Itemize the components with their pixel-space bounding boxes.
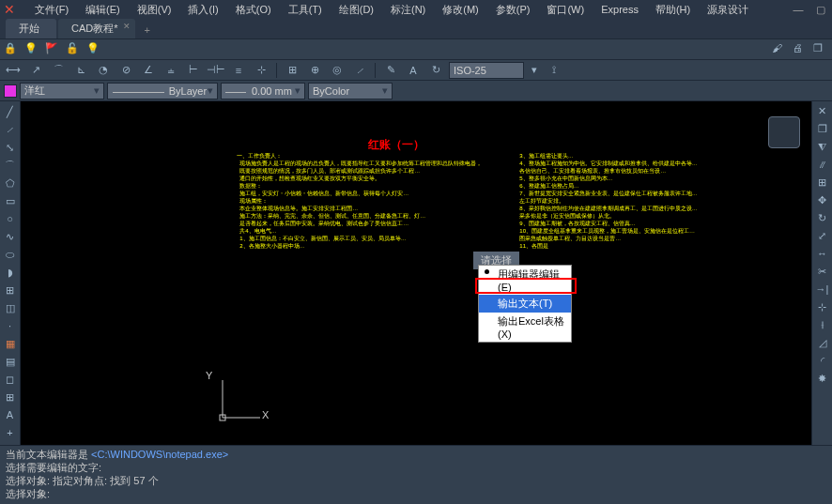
layer-on-icon[interactable]: 💡 [24,42,39,57]
tab-cad-tutorial[interactable]: CAD教程*✕ [58,19,135,38]
spline-tool-icon[interactable]: ∿ [3,230,18,243]
color-dropdown[interactable]: 洋红▾ [20,83,104,99]
menu-modify[interactable]: 修改(M) [434,1,487,19]
dim-aligned-icon[interactable]: ↗ [26,63,45,78]
stretch-icon[interactable]: ↔ [815,248,830,261]
ray-tool-icon[interactable]: ⤡ [3,141,18,154]
dim-update-icon[interactable]: ↻ [426,63,445,78]
menu-view[interactable]: 视图(V) [129,1,180,19]
drawing-canvas[interactable]: 红账（一） 一、工作负责人： 现场施负责人是工程的现场的总负责人，既要指导红工又… [21,101,811,445]
region-tool-icon[interactable]: ◻ [3,373,18,386]
menu-parametric[interactable]: 参数(P) [487,1,539,19]
close-icon[interactable]: ✕ [123,22,131,31]
inspect-icon[interactable]: ◎ [328,63,347,78]
menu-dimension[interactable]: 标注(N) [382,1,434,19]
tool-print-icon[interactable]: 🖨 [793,42,808,57]
menu-edit[interactable]: 编辑(E) [77,1,129,19]
dropdown-arrow-icon[interactable]: ▾ [528,64,541,76]
menu-format[interactable]: 格式(O) [227,1,280,19]
dim-break-icon[interactable]: ⊹ [252,63,270,78]
menu-help[interactable]: 帮助(H) [647,1,699,19]
menu-draw[interactable]: 绘图(D) [331,1,382,19]
dim-continue-icon[interactable]: ⊣⊢ [207,63,225,78]
color-swatch[interactable] [4,84,17,98]
tab-add[interactable]: + [137,22,158,38]
layer-lock-icon[interactable]: 🔒 [4,42,19,57]
minimize-icon[interactable]: — [787,4,809,15]
menu-window[interactable]: 窗口(W) [538,1,593,19]
ellipse-tool-icon[interactable]: ⬭ [3,248,18,261]
array-icon[interactable]: ⊞ [815,176,830,190]
dim-edit-icon[interactable]: ✎ [381,63,400,78]
ellipse-arc-icon[interactable]: ◗ [3,266,18,279]
tool-brush-icon[interactable]: 🖌 [772,42,787,57]
scale-icon[interactable]: ⤢ [815,230,830,243]
add-tool-icon[interactable]: + [3,426,18,439]
layer-off-icon[interactable]: 💡 [86,42,101,57]
move-icon[interactable]: ✥ [815,194,830,207]
viewcube[interactable] [764,113,804,152]
dim-linear-icon[interactable]: ⟷ [4,63,23,78]
rectangle-tool-icon[interactable]: ▭ [3,194,18,207]
rotate-icon[interactable]: ↻ [815,212,830,225]
make-block-icon[interactable]: ◫ [3,301,18,314]
lineweight-dropdown[interactable]: ——0.00 mm▾ [221,83,305,99]
copy-icon[interactable]: ❐ [815,123,830,136]
polygon-tool-icon[interactable]: ⬠ [3,176,18,190]
hatch-tool-icon[interactable]: ▦ [3,337,18,350]
properties-bar: 洋红▾ —————ByLayer▾ ——0.00 mm▾ ByColor▾ [0,81,832,101]
tolerance-icon[interactable]: ⊞ [283,63,301,78]
extend-icon[interactable]: →| [815,283,830,297]
mirror-icon[interactable]: ⧨ [815,141,830,154]
dim-angular-icon[interactable]: ∠ [139,63,158,78]
context-export-excel[interactable]: 输出Excel表格(X) [479,313,571,342]
context-export-text[interactable]: 输出文本(T) [479,295,571,313]
layer-freeze-icon[interactable]: 🚩 [45,42,60,57]
dimstyle-manager-icon[interactable]: ⟟ [545,63,563,78]
dim-radius-icon[interactable]: ◔ [94,63,113,78]
break-icon[interactable]: ⊹ [815,301,830,314]
dim-tedit-icon[interactable]: A [404,63,423,78]
insert-block-icon[interactable]: ⊞ [3,283,18,297]
linetype-dropdown[interactable]: —————ByLayer▾ [107,83,218,99]
join-icon[interactable]: ⫲ [815,319,830,332]
menu-tools[interactable]: 工具(T) [280,1,331,19]
gradient-tool-icon[interactable]: ▤ [3,355,18,368]
menu-insert[interactable]: 插入(I) [179,1,226,19]
dim-ordinate-icon[interactable]: ⊾ [71,63,90,78]
table-tool-icon[interactable]: ⊞ [3,390,18,404]
mtext-tool-icon[interactable]: A [3,408,18,421]
polyline-tool-icon[interactable]: ⟋ [3,123,18,136]
offset-icon[interactable]: ⫽ [815,159,830,172]
dim-diameter-icon[interactable]: ⊘ [116,63,135,78]
dimstyle-dropdown[interactable]: ISO-25 [449,62,524,79]
tool-stack-icon[interactable]: ❐ [813,42,828,57]
dim-baseline-icon[interactable]: ⊢ [184,63,203,78]
menu-express[interactable]: Express [593,2,647,17]
point-tool-icon[interactable]: · [3,319,18,332]
arc-tool-icon[interactable]: ⌒ [3,159,18,172]
circle-tool-icon[interactable]: ○ [3,212,18,225]
context-edit-with-editor[interactable]: 用编辑器编辑(E) [479,266,571,295]
dim-arc-icon[interactable]: ⌒ [49,63,68,78]
erase-icon[interactable]: ✕ [815,105,830,118]
dimension-toolbar: ⟷ ↗ ⌒ ⊾ ◔ ⊘ ∠ ⫨ ⊢ ⊣⊢ ≡ ⊹ ⊞ ⊕ ◎ ⟋ ✎ A ↻ I… [0,60,832,81]
layer-unlock-icon[interactable]: 🔓 [66,42,81,57]
dim-quick-icon[interactable]: ⫨ [162,63,180,78]
dim-space-icon[interactable]: ≡ [229,63,248,78]
trim-icon[interactable]: ✂ [815,266,830,279]
explode-icon[interactable]: ✸ [815,373,830,386]
fillet-icon[interactable]: ◜ [815,355,830,368]
jogged-icon[interactable]: ⟋ [350,63,369,78]
line-tool-icon[interactable]: ╱ [3,105,18,118]
plotstyle-dropdown[interactable]: ByColor▾ [308,83,393,99]
maximize-icon[interactable]: ▢ [809,4,832,16]
main-area: ╱ ⟋ ⤡ ⌒ ⬠ ▭ ○ ∿ ⬭ ◗ ⊞ ◫ · ▦ ▤ ◻ ⊞ A + 红账… [0,101,832,445]
document-tabbar: 开始 CAD教程*✕ + [0,19,832,39]
menu-file[interactable]: 文件(F) [26,1,77,19]
app-close-icon[interactable]: ✕ [4,2,15,17]
menu-yuanquan[interactable]: 源泉设计 [699,1,757,19]
tab-start[interactable]: 开始 [6,19,56,38]
chamfer-icon[interactable]: ◿ [815,337,830,350]
center-mark-icon[interactable]: ⊕ [305,63,324,78]
